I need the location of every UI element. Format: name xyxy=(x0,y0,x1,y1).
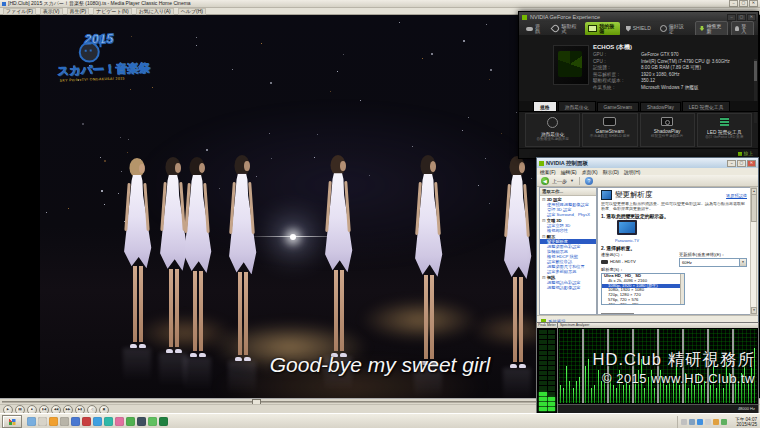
quicklaunch-icon-13[interactable] xyxy=(159,417,168,426)
quicklaunch-icon-9[interactable] xyxy=(115,417,124,426)
nvcp-close-button[interactable]: ✕ xyxy=(747,160,756,167)
nvidia-control-panel-window[interactable]: NVIDIA 控制面板 – ▢ ✕ 檔案(F)編輯(E)桌面(K)顯示(D)說明… xyxy=(536,157,759,328)
list-scrollbar[interactable] xyxy=(680,274,684,304)
quicklaunch-icon-11[interactable] xyxy=(137,417,146,426)
feature-tile-遊戲最佳化[interactable]: 遊戲最佳化自動最佳化遊戲設定 xyxy=(525,113,580,147)
nvcp-titlebar[interactable]: NVIDIA 控制面板 – ▢ ✕ xyxy=(537,158,758,168)
nvcp-menu-item[interactable]: 說明(H) xyxy=(624,169,640,175)
display-selector[interactable]: Panasonic-TV xyxy=(607,220,647,243)
performer xyxy=(222,155,262,361)
feature-tile-GameStream[interactable]: GameStream串流遊戲至 SHIELD 裝置 xyxy=(582,113,637,147)
camera-icon xyxy=(661,117,673,126)
geforce-experience-window[interactable]: NVIDIA GeForce Experience – ▢ ✕ 遊戲驅動程式我的… xyxy=(518,11,759,159)
gfe-scrollbar[interactable] xyxy=(754,59,757,123)
spec-row: CPU：Intel(R) Core(TM) i7-4790 CPU @ 3.60… xyxy=(593,59,750,64)
quicklaunch-icon-8[interactable] xyxy=(104,417,113,426)
tray-icon-2[interactable] xyxy=(689,419,695,425)
step1-title: 1. 選取您想變更設定的顯示器。 xyxy=(601,213,747,219)
restore-defaults-link[interactable]: 還原預設值 xyxy=(726,193,747,198)
quicklaunch-icon-4[interactable] xyxy=(60,417,69,426)
player-app-icon xyxy=(2,2,6,6)
quicklaunch-icon-7[interactable] xyxy=(93,417,102,426)
nvcp-menu-item[interactable]: 桌面(K) xyxy=(582,169,598,175)
tray-icon-1[interactable] xyxy=(681,419,687,425)
player-menu-item[interactable]: ファイル(F) xyxy=(3,8,36,15)
user-icon xyxy=(735,26,739,31)
quicklaunch-icon-2[interactable] xyxy=(38,417,47,426)
spec-row: GPU：GeForce GTX 970 xyxy=(593,52,750,57)
resolution-option[interactable]: 480p, 720 × 480 xyxy=(602,303,684,305)
gfe-subtab-LED 視覺化工具[interactable]: LED 視覺化工具 xyxy=(682,101,731,111)
spec-row: 驅動程式版本：350.12 xyxy=(593,78,750,83)
tray-icon-4[interactable] xyxy=(705,419,711,425)
peak-meter-window[interactable]: Peak Meter xyxy=(536,322,558,414)
gfe-minimize-button[interactable]: – xyxy=(727,14,736,21)
nvcp-menu-item[interactable]: 編輯(E) xyxy=(561,169,577,175)
player-window-controls: – ▢ ✕ xyxy=(729,0,758,7)
nvcp-maximize-button[interactable]: ▢ xyxy=(737,160,746,167)
nvcp-menu-item[interactable]: 顯示(D) xyxy=(603,169,619,175)
tray-icon-3[interactable] xyxy=(697,419,703,425)
back-button[interactable]: ◀ xyxy=(541,177,549,185)
nvcp-minimize-button[interactable]: – xyxy=(727,160,736,167)
tray-icon-6[interactable] xyxy=(721,419,727,425)
spectrum-titlebar[interactable]: Spectrum Analyzer xyxy=(558,323,758,328)
player-menu-item[interactable]: ヘルプ(H) xyxy=(178,8,206,15)
tree-item-調整視訊影像設定[interactable]: 調整視訊影像設定 xyxy=(540,285,596,290)
music-note-mascot-icon xyxy=(78,41,100,63)
player-menu-item[interactable]: 再生(P) xyxy=(67,8,90,15)
broadcast-logo: 2015 スカパー！音楽祭 SKY PerfecTV! ONGAKUSAI 20… xyxy=(56,29,158,88)
start-button[interactable] xyxy=(2,415,22,428)
gfe-tab-SHIELD[interactable]: SHIELD xyxy=(623,24,654,34)
gfe-subtab-ShadowPlay[interactable]: ShadowPlay xyxy=(640,102,681,111)
tray-clock[interactable]: 下午 04:07 2015/4/25 xyxy=(729,417,757,427)
nvcp-scrollbar[interactable]: ▲ ▼ xyxy=(750,187,757,315)
gfe-subtab-遊戲最佳化[interactable]: 遊戲最佳化 xyxy=(558,101,596,111)
gfe-tab-偏好設定[interactable]: 偏好設定 xyxy=(657,22,690,36)
gfe-tabbar: 遊戲驅動程式我的裝備SHIELD偏好設定檢查更新登入 xyxy=(519,22,758,36)
close-button[interactable]: ✕ xyxy=(749,0,758,7)
minimize-button[interactable]: – xyxy=(729,0,738,7)
meter-titlebar[interactable]: Peak Meter xyxy=(537,323,557,328)
resolution-listbox[interactable]: Ultra HD、HD、SD4k x 2k, 4096 × 21601080p,… xyxy=(601,273,685,305)
quicklaunch-icon-6[interactable] xyxy=(82,417,91,426)
gfe-tab-我的裝備[interactable]: 我的裝備 xyxy=(585,22,620,36)
quicklaunch-icon-10[interactable] xyxy=(126,417,135,426)
watermark-line1: HD.Club 精研視務所 xyxy=(593,349,755,371)
gfe-tab-遊戲[interactable]: 遊戲 xyxy=(523,22,546,36)
scroll-down-icon[interactable]: ▼ xyxy=(751,307,757,314)
gfe-maximize-button[interactable]: ▢ xyxy=(737,14,746,21)
connector-value: HDMI - HDTV xyxy=(601,258,673,265)
tray-icon-5[interactable] xyxy=(713,419,719,425)
gfe-close-button[interactable]: ✕ xyxy=(747,14,756,21)
download-icon xyxy=(699,26,704,31)
player-menu-item[interactable]: ナビゲート(N) xyxy=(93,8,131,15)
taskbar: 下午 04:07 2015/4/25 xyxy=(0,413,760,428)
gfe-tab-驅動程式[interactable]: 驅動程式 xyxy=(549,22,582,36)
feature-tile-ShadowPlay[interactable]: ShadowPlay錄製並分享遊戲影片 xyxy=(640,113,695,147)
feature-tile-LED 視覺化工具[interactable]: LED 視覺化工具自訂 GeForce LED 效果 xyxy=(697,113,752,147)
shield-icon xyxy=(626,26,631,32)
page-description: 您可以變更螢幕上顯示的資訊量。您也可以變更色彩設定。請為每台顯示器選取解析度、色… xyxy=(601,202,747,211)
quicklaunch-icon-12[interactable] xyxy=(148,417,157,426)
nvcp-menu-item[interactable]: 檔案(F) xyxy=(540,169,556,175)
spectrum-panel xyxy=(559,329,584,403)
watermark-line2: © 2015 www.HD.Club.tw xyxy=(593,371,755,386)
watermark: HD.Club 精研視務所 © 2015 www.HD.Club.tw xyxy=(593,349,755,386)
monitor-icon[interactable] xyxy=(617,220,637,235)
gfe-subtab-規格[interactable]: 規格 xyxy=(533,101,557,111)
tree-item-設定 Surround、PhysX[interactable]: 設定 Surround、PhysX xyxy=(540,212,596,217)
player-menu-item[interactable]: お気に入り(A) xyxy=(136,8,174,15)
refresh-rate-select[interactable]: 60Hz▼ xyxy=(679,258,747,267)
back-label[interactable]: 上一步 xyxy=(552,178,567,184)
back-dropdown-icon[interactable]: ▼ xyxy=(570,178,574,183)
quicklaunch-icon-1[interactable] xyxy=(27,417,36,426)
maximize-button[interactable]: ▢ xyxy=(739,0,748,7)
quicklaunch-icon-3[interactable] xyxy=(49,417,58,426)
player-menu-item[interactable]: 表示(V) xyxy=(40,8,63,15)
quicklaunch-icon-5[interactable] xyxy=(71,417,80,426)
spec-row: 作業系統：Microsoft Windows 7 旗艦版 xyxy=(593,85,750,90)
system-tray: 下午 04:07 2015/4/25 xyxy=(677,416,757,428)
help-icon[interactable]: ? xyxy=(585,177,593,185)
gfe-subtab-GameStream[interactable]: GameStream xyxy=(597,102,640,111)
